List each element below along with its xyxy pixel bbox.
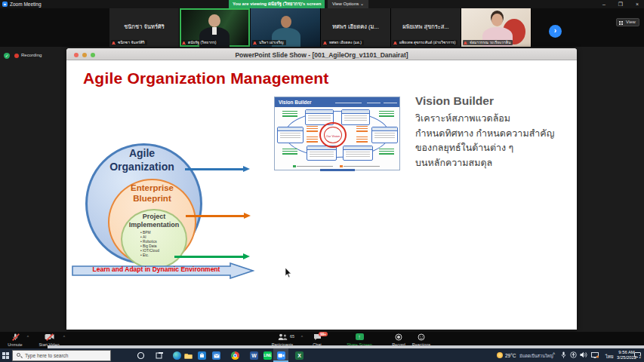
zoom-app-icon bbox=[277, 351, 285, 360]
share-screen-icon: ↑ bbox=[356, 333, 364, 340]
system-tray: 29°C มีแดดเป็นส่วนใหญ่ ^ ไทย 9:56 AM 3/2… bbox=[491, 348, 644, 362]
weather-icon[interactable] bbox=[497, 352, 503, 358]
window-titlebar: Zoom Meeting You are viewing ดนัยรัฐ (วิ… bbox=[0, 0, 644, 8]
line-icon[interactable]: LINE bbox=[263, 351, 272, 360]
participant-tile[interactable]: นริษา เผ่าเจริญ bbox=[251, 8, 321, 47]
tray-accessibility-icon[interactable] bbox=[570, 351, 577, 359]
participant-tile[interactable]: ผพิยเทพ สุขกระส... ผพิยเทพ สุขกระสันต์ (… bbox=[391, 8, 461, 47]
search-icon bbox=[17, 353, 20, 357]
tray-volume-icon[interactable] bbox=[580, 351, 587, 359]
ring-label: Agile bbox=[85, 146, 199, 160]
view-layout-button[interactable]: View bbox=[616, 18, 639, 26]
powerpoint-window: PowerPoint Slide Show - [001_AgileOrg_v1… bbox=[66, 48, 577, 330]
muted-mic-icon bbox=[183, 41, 185, 44]
zoom-logo-icon bbox=[2, 2, 8, 7]
ring-label: Blueprint bbox=[108, 193, 196, 204]
start-button[interactable] bbox=[2, 352, 9, 359]
participant-tile[interactable]: ชนิกชา จันทร์ศิริ ชนิกชา จันทร์ศิริ bbox=[109, 8, 180, 47]
grid-view-icon bbox=[619, 21, 623, 25]
participant-tile-presenter[interactable]: ดนัยรัฐ (วิทยากร) bbox=[180, 8, 250, 47]
ring-label: Project bbox=[121, 213, 187, 221]
mouse-cursor bbox=[285, 268, 292, 278]
chevron-up-icon[interactable]: ^ bbox=[301, 335, 303, 339]
tray-mic-icon[interactable] bbox=[561, 351, 566, 360]
banner-text: Learn and Adapt in Dynamic Environment bbox=[77, 265, 236, 273]
participant-label: ผพิยเทพ สุขกระสันต์ (ฝ่ายวิชาการ) bbox=[399, 40, 455, 44]
participant-name: ทศพร เอียดคง (ม... bbox=[321, 22, 390, 31]
vision-builder-thumb-title: Vision Builder bbox=[279, 100, 312, 105]
file-explorer-icon[interactable] bbox=[184, 351, 193, 360]
word-icon[interactable]: W bbox=[250, 351, 258, 360]
muted-mic-icon bbox=[394, 41, 396, 44]
muted-mic-icon bbox=[112, 41, 115, 44]
recording-dot-icon bbox=[14, 54, 19, 58]
slide-canvas: Agile Organization Management Agile Orga… bbox=[66, 60, 577, 330]
weather-temp[interactable]: 29°C bbox=[505, 353, 516, 358]
avatar bbox=[281, 16, 291, 28]
participant-label: ดนัยรัฐ (วิทยากร) bbox=[188, 40, 216, 44]
mail-icon[interactable] bbox=[212, 351, 220, 360]
encryption-shield-icon: ✓ bbox=[4, 53, 10, 59]
powerpoint-titlebar: PowerPoint Slide Show - [001_AgileOrg_v1… bbox=[66, 48, 577, 60]
ring-label: Organization bbox=[85, 160, 199, 173]
vision-builder-diagram: Vision Builder Our bbox=[274, 97, 400, 170]
tray-expand-icon[interactable]: ^ bbox=[553, 351, 555, 357]
vision-builder-heading: Vision Builder bbox=[415, 94, 494, 108]
our-vision-circle: Our Vision bbox=[319, 122, 347, 148]
chat-badge: 99+ bbox=[319, 332, 328, 336]
participants-count: 65 bbox=[290, 334, 294, 339]
participant-label: ชนิกชา จันทร์ศิริ bbox=[118, 40, 145, 44]
cortana-icon[interactable] bbox=[137, 351, 145, 360]
powerpoint-window-title: PowerPoint Slide Show - [001_AgileOrg_v1… bbox=[66, 51, 577, 59]
participant-label: จ๋อมาวรรณ วะเรียบวาลิน bbox=[470, 40, 510, 44]
participant-strip: ชนิกชา จันทร์ศิริ ชนิกชา จันทร์ศิริ ดนัย… bbox=[0, 8, 644, 47]
ring-label: Enterprise bbox=[108, 183, 196, 193]
camera-off-icon bbox=[45, 333, 54, 341]
muted-mic-icon bbox=[254, 41, 256, 44]
avatar bbox=[208, 14, 220, 27]
zoom-meeting-window: Zoom Meeting You are viewing ดนัยรัฐ (วิ… bbox=[0, 0, 644, 362]
ring-label: Implementation bbox=[121, 221, 187, 229]
technology-bullet-list: • BPM • AI • Robotics • Big Data • IOT/C… bbox=[140, 231, 193, 258]
edge-icon[interactable] bbox=[173, 351, 181, 360]
chrome-icon[interactable] bbox=[231, 351, 239, 360]
participant-name: ผพิยเทพ สุขกระส... bbox=[391, 22, 461, 31]
participant-label: นริษา เผ่าเจริญ bbox=[259, 40, 284, 44]
participant-tile[interactable]: จ๋อมาวรรณ วะเรียบวาลิน bbox=[461, 8, 532, 47]
weather-desc[interactable]: มีแดดเป็นส่วนใหญ่ bbox=[519, 353, 553, 359]
screen-share-banner: You are viewing ดนัยรัฐ (วิทยากร)'s scre… bbox=[229, 0, 325, 8]
participant-tile[interactable]: ทศพร เอียดคง (ม... ทศพร เอียดคง (มอ.) bbox=[321, 8, 391, 47]
unmute-button[interactable]: ^ Unmute bbox=[2, 333, 29, 347]
participant-label: ทศพร เอียดคง (มอ.) bbox=[329, 40, 362, 44]
maximize-button[interactable]: ❐ bbox=[613, 0, 628, 8]
excel-icon[interactable]: X bbox=[295, 351, 304, 360]
record-icon bbox=[394, 333, 403, 341]
participant-name: ชนิกชา จันทร์ศิริ bbox=[109, 22, 179, 31]
chevron-up-icon[interactable]: ^ bbox=[63, 335, 65, 339]
muted-mic-icon bbox=[324, 41, 326, 44]
mic-muted-icon bbox=[11, 333, 20, 341]
recording-label: Recording bbox=[21, 52, 42, 59]
tray-network-icon[interactable] bbox=[591, 352, 599, 359]
zoom-taskbar-active[interactable] bbox=[273, 348, 288, 362]
chat-icon: 99+ bbox=[313, 333, 322, 341]
avatar bbox=[491, 14, 503, 26]
participants-icon: 65 bbox=[278, 333, 287, 341]
next-participants-button[interactable]: › bbox=[549, 25, 562, 38]
minimize-button[interactable]: – bbox=[596, 0, 612, 8]
vision-builder-description: วิเคราะห์สภาพแวดล้อม กำหนดทิศทาง กำหนดคว… bbox=[415, 112, 554, 170]
view-options-button[interactable]: View Options ⌄ bbox=[328, 0, 368, 8]
action-center-icon[interactable]: 2 bbox=[634, 352, 641, 357]
slide-title: Agile Organization Management bbox=[83, 69, 329, 87]
task-view-icon[interactable] bbox=[156, 351, 164, 360]
store-icon[interactable] bbox=[198, 351, 206, 360]
window-title: Zoom Meeting bbox=[10, 2, 42, 7]
muted-mic-icon bbox=[464, 41, 467, 44]
taskbar-search-input[interactable]: Type here to search bbox=[12, 350, 111, 361]
windows-taskbar: Type here to search W LINE X 29°C มีแดดเ… bbox=[0, 348, 644, 362]
reactions-smiley-icon bbox=[417, 333, 426, 341]
close-button[interactable]: × bbox=[630, 0, 644, 8]
chevron-up-icon[interactable]: ^ bbox=[27, 335, 29, 339]
language-indicator[interactable]: ไทย bbox=[605, 353, 614, 360]
